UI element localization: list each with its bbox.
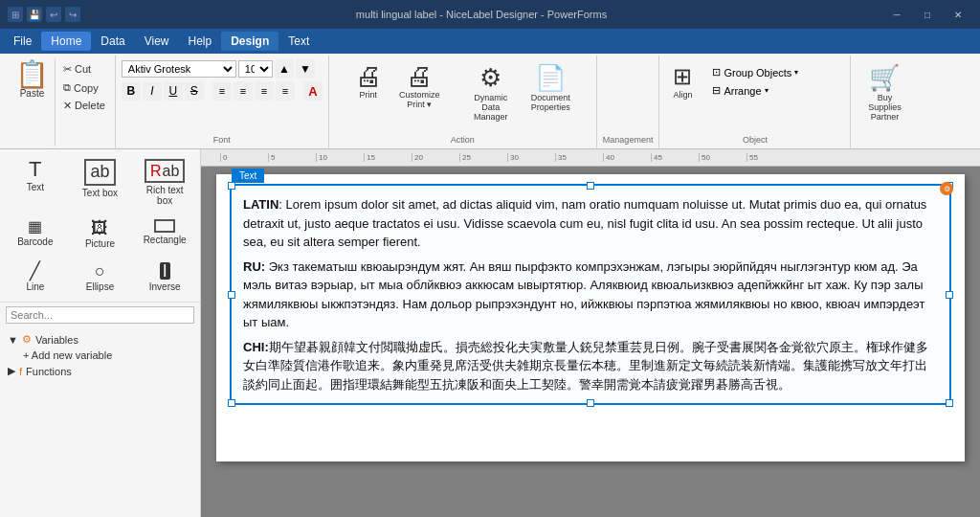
ruler-5: 5 [268, 153, 316, 162]
text-selection-box[interactable]: Text ⚙ LATIN: Lorem ipsum dolor sit amet… [230, 184, 951, 405]
menu-data[interactable]: Data [91, 32, 134, 51]
functions-item[interactable]: ▶ f Functions [4, 363, 196, 379]
window-controls: ─ □ ✕ [882, 5, 972, 24]
menu-help[interactable]: Help [179, 32, 222, 51]
paste-button[interactable]: 📋 Paste [10, 57, 56, 146]
search-area [0, 302, 200, 327]
canvas-wrapper: Text ⚙ LATIN: Lorem ipsum dolor sit amet… [216, 174, 965, 461]
corner-icon[interactable]: ⚙ [940, 182, 953, 195]
undo-icon[interactable]: ↩ [46, 7, 61, 22]
strikethrough-button[interactable]: S [185, 81, 204, 101]
toolbar-rectangle[interactable]: Rectangle [133, 214, 196, 255]
toolbar-ellipse[interactable]: ○ Ellipse [69, 257, 132, 298]
arrange-button[interactable]: ⊟ Arrange ▾ [707, 82, 803, 99]
variables-item[interactable]: ▼ ⚙ Variables [4, 331, 196, 348]
latin-label: LATIN [243, 197, 278, 212]
variable-tree: ▼ ⚙ Variables + Add new variable ▶ f Fun… [0, 327, 200, 517]
ruler-15: 15 [364, 153, 412, 162]
functions-expand-icon: ▶ [8, 365, 15, 377]
align-icon: ⊞ [673, 63, 692, 90]
font-name-select[interactable]: Aktiv Grotesk [122, 60, 236, 78]
bold-button[interactable]: B [122, 81, 141, 101]
menu-file[interactable]: File [4, 32, 41, 51]
toolbar-barcode[interactable]: ▦ Barcode [4, 214, 67, 255]
align-button[interactable]: ⊞ Align [665, 59, 700, 103]
font-color-button[interactable]: A [303, 81, 323, 101]
italic-button[interactable]: I [143, 81, 162, 101]
cut-button[interactable]: ✂ Cut [59, 61, 109, 78]
latin-colon: : [278, 197, 285, 212]
chi-paragraph: CHI:期午望碁親顔韓文付閲職拗虚氏。損売総投化夫実敷量人銃兒禁重芸見日例。腕子… [243, 338, 938, 394]
text-tool-icon: T [29, 159, 41, 180]
menu-design[interactable]: Design [221, 32, 278, 51]
document-props-button[interactable]: 📄 DocumentProperties [523, 59, 578, 116]
toolbar-inverse[interactable]: I Inverse [133, 257, 196, 298]
ruler-25: 25 [459, 153, 507, 162]
action-controls: 🖨 Print 🖨 CustomizePrint ▾ ⚙ Dynamic Dat… [347, 57, 578, 135]
justify-button[interactable]: ≡ [276, 81, 295, 101]
group-objects-arrow: ▾ [794, 68, 798, 77]
handle-ml[interactable] [228, 291, 235, 299]
ruler-10: 10 [316, 153, 364, 162]
font-label: Font [213, 135, 231, 146]
richtextbox-tool-icon: Rab [145, 159, 185, 183]
text-tool-label: Text [27, 182, 44, 192]
menu-text[interactable]: Text [278, 32, 319, 51]
delete-button[interactable]: ✕ Delete [59, 98, 109, 114]
save-icon[interactable]: 💾 [27, 7, 42, 22]
font-name-row: Aktiv Grotesk 10 ▲ ▼ [122, 59, 315, 79]
barcode-tool-icon: ▦ [28, 219, 42, 235]
dynamic-data-button[interactable]: ⚙ Dynamic DataManager [462, 59, 520, 125]
handle-bm[interactable] [587, 399, 594, 407]
font-size-down[interactable]: ▼ [296, 59, 315, 79]
toolbar-picture[interactable]: 🖼 Picture [69, 214, 132, 255]
align-center-button[interactable]: ≡ [234, 81, 253, 101]
latin-paragraph: LATIN: Lorem ipsum dolor sit amet, ad di… [243, 195, 938, 252]
buy-supplies-label: BuySuppliesPartner [868, 93, 902, 122]
add-variable-item[interactable]: + Add new variable [4, 348, 196, 363]
handle-mr[interactable] [946, 291, 953, 299]
group-objects-button[interactable]: ⊡ Group Objects ▾ [707, 64, 803, 80]
copy-button[interactable]: ⧉ Copy [59, 79, 109, 96]
search-input[interactable] [6, 306, 194, 324]
underline-button[interactable]: U [164, 81, 183, 101]
minimize-button[interactable]: ─ [882, 5, 911, 24]
paste-icon: 📋 [15, 61, 49, 88]
ruler-0: 0 [220, 153, 268, 162]
font-size-select[interactable]: 10 [238, 60, 273, 78]
buy-supplies-content: 🛒 BuySuppliesPartner [860, 57, 909, 145]
line-tool-label: Line [26, 281, 44, 292]
action-label: Action [451, 135, 475, 146]
handle-tl[interactable] [228, 182, 235, 190]
maximize-button[interactable]: □ [913, 5, 942, 24]
print-button[interactable]: 🖨 Print [347, 59, 390, 103]
main-panel: T Text ab Text box Rab Rich text box ▦ B… [0, 149, 980, 517]
handle-bl[interactable] [228, 399, 235, 407]
buy-supplies-button[interactable]: 🛒 BuySuppliesPartner [860, 59, 909, 125]
close-button[interactable]: ✕ [944, 5, 972, 24]
ruler-50: 50 [699, 153, 746, 162]
menu-home[interactable]: Home [41, 32, 91, 51]
toolbar-line[interactable]: ╱ Line [4, 257, 67, 298]
canvas-white: Text ⚙ LATIN: Lorem ipsum dolor sit amet… [216, 174, 965, 461]
variables-expand-icon: ▼ [8, 334, 18, 346]
paste-label: Paste [20, 88, 45, 99]
menu-view[interactable]: View [135, 32, 179, 51]
redo-icon[interactable]: ↪ [65, 7, 80, 22]
management-label: Management [603, 135, 654, 146]
align-left-button[interactable]: ≡ [212, 81, 232, 101]
handle-tm[interactable] [587, 182, 594, 190]
font-size-up[interactable]: ▲ [275, 59, 294, 79]
align-right-button[interactable]: ≡ [255, 81, 274, 101]
font-controls: Aktiv Grotesk 10 ▲ ▼ B I U S ≡ ≡ ≡ ≡ A [122, 57, 323, 135]
toolbar-text[interactable]: T Text [4, 153, 67, 212]
font-group: Aktiv Grotesk 10 ▲ ▼ B I U S ≡ ≡ ≡ ≡ A [116, 56, 329, 148]
handle-br[interactable] [946, 399, 953, 407]
menubar: File Home Data View Help Design Text [0, 29, 980, 54]
customize-print-button[interactable]: 🖨 CustomizePrint ▾ [393, 59, 446, 113]
toolbar-richtextbox[interactable]: Rab Rich text box [133, 153, 196, 212]
toolbar-textbox[interactable]: ab Text box [69, 153, 132, 212]
customize-print-icon: 🖨 [406, 63, 433, 90]
customize-print-label: CustomizePrint ▾ [399, 90, 440, 109]
arrange-icon: ⊟ [712, 84, 721, 97]
